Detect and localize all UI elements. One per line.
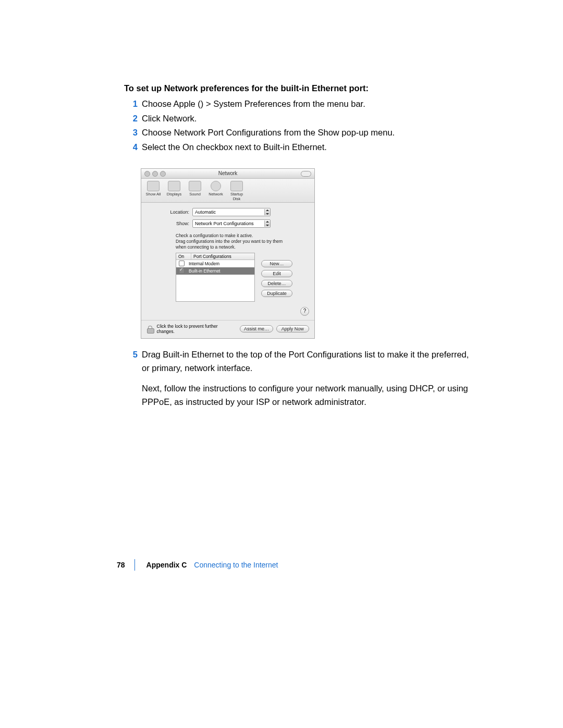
steps-list: 1 Choose Apple () > System Preferences f… xyxy=(124,97,479,154)
location-label: Location: xyxy=(146,209,189,215)
location-value: Automatic xyxy=(195,209,216,215)
assist-me-button[interactable]: Assist me… xyxy=(240,325,273,332)
table-row[interactable]: Internal Modem xyxy=(176,260,254,267)
page-number: 78 xyxy=(117,561,125,569)
show-row: Show: Network Port Configurations xyxy=(146,219,309,228)
appendix-title: Connecting to the Internet xyxy=(194,561,278,569)
toolbar-network[interactable]: Network xyxy=(207,181,225,201)
location-row: Location: Automatic xyxy=(146,208,309,216)
startup-disk-icon xyxy=(230,181,243,191)
sound-icon xyxy=(189,181,201,191)
edit-button[interactable]: Edit xyxy=(261,270,292,277)
delete-button[interactable]: Delete… xyxy=(261,280,292,287)
prefs-toolbar: Show All Displays Sound Network Startup … xyxy=(141,179,314,203)
step-number: 2 xyxy=(124,112,138,126)
new-button[interactable]: New… xyxy=(261,260,292,267)
steps-list-continued: 5 Drag Built-in Ethernet to the top of t… xyxy=(124,348,479,416)
table-row[interactable]: Built-in Ethernet xyxy=(176,267,254,275)
side-buttons: New… Edit Delete… Duplicate xyxy=(261,260,292,302)
section-heading: To set up Network preferences for the bu… xyxy=(124,83,479,93)
step-3: 3 Choose Network Port Configurations fro… xyxy=(124,126,479,140)
checkbox-checked-icon[interactable] xyxy=(179,268,185,274)
show-label: Show: xyxy=(146,221,189,226)
column-port-configurations: Port Configurations xyxy=(191,253,234,260)
toolbar-label: Show All xyxy=(144,192,162,196)
appendix-label: Appendix C xyxy=(146,561,187,569)
network-prefs-screenshot: Network Show All Displays Sound xyxy=(141,168,479,339)
close-icon[interactable] xyxy=(144,171,150,177)
step-text-post: ) > System Preferences from the menu bar… xyxy=(201,99,365,108)
step-text: Select the On checkbox next to Built-in … xyxy=(142,141,479,154)
toolbar-label: Sound xyxy=(186,192,204,196)
network-window: Network Show All Displays Sound xyxy=(141,168,315,339)
instruction-text: Check a configuration to make it active.… xyxy=(176,233,285,250)
column-on: On xyxy=(176,253,191,260)
table-header: On Port Configurations xyxy=(176,253,254,260)
chevron-updown-icon xyxy=(264,209,270,215)
row-name: Internal Modem xyxy=(187,261,254,266)
step5-text: Drag Built-in Ethernet to the top of the… xyxy=(142,348,479,375)
step-text: Drag Built-in Ethernet to the top of the… xyxy=(142,348,479,416)
toolbar-toggle-button[interactable] xyxy=(301,171,311,177)
toolbar-startup-disk[interactable]: Startup Disk xyxy=(228,181,246,201)
show-dropdown[interactable]: Network Port Configurations xyxy=(192,219,271,228)
network-icon xyxy=(211,181,221,191)
window-titlebar: Network xyxy=(141,169,314,179)
step-number: 4 xyxy=(124,141,138,154)
toolbar-show-all[interactable]: Show All xyxy=(144,181,162,201)
checkbox-icon[interactable] xyxy=(179,261,185,266)
traffic-lights[interactable] xyxy=(144,171,166,177)
apply-now-button[interactable]: Apply Now xyxy=(276,325,309,332)
checkbox-cell[interactable] xyxy=(176,261,187,267)
step-1: 1 Choose Apple () > System Preferences f… xyxy=(124,97,479,111)
toolbar-label: Displays xyxy=(165,192,183,196)
displays-icon xyxy=(168,181,180,191)
toolbar-label: Startup Disk xyxy=(228,192,246,201)
footer-divider xyxy=(134,559,135,571)
lock-text: Click the lock to prevent further change… xyxy=(156,324,234,334)
step-text: Choose Apple () > System Preferences fro… xyxy=(142,97,479,111)
duplicate-button[interactable]: Duplicate xyxy=(261,290,292,297)
row-name: Built-in Ethernet xyxy=(187,268,254,274)
step-text: Click Network. xyxy=(142,112,479,126)
step-text: Choose Network Port Configurations from … xyxy=(142,126,479,140)
step-4: 4 Select the On checkbox next to Built-i… xyxy=(124,141,479,154)
toolbar-displays[interactable]: Displays xyxy=(165,181,183,201)
show-all-icon xyxy=(147,181,160,191)
help-button[interactable]: ? xyxy=(300,307,309,316)
minimize-icon[interactable] xyxy=(152,171,158,177)
step-number: 3 xyxy=(124,126,138,140)
window-body: Location: Automatic Show: Network Port C… xyxy=(141,203,314,320)
toolbar-sound[interactable]: Sound xyxy=(186,181,204,201)
lock-icon[interactable] xyxy=(146,325,153,332)
zoom-icon[interactable] xyxy=(160,171,166,177)
toolbar-label: Network xyxy=(207,192,225,196)
port-config-area: On Port Configurations Internal Modem Bu… xyxy=(176,253,309,302)
step-text-pre: Choose Apple ( xyxy=(142,99,201,108)
step-2: 2 Click Network. xyxy=(124,112,479,126)
show-value: Network Port Configurations xyxy=(195,221,254,226)
port-config-table[interactable]: On Port Configurations Internal Modem Bu… xyxy=(176,253,255,302)
step-number: 5 xyxy=(124,348,138,416)
followup-paragraph: Next, follow the instructions to configu… xyxy=(142,382,479,409)
window-title: Network xyxy=(218,170,238,176)
window-footer: Click the lock to prevent further change… xyxy=(141,320,314,338)
step-5: 5 Drag Built-in Ethernet to the top of t… xyxy=(124,348,479,416)
location-dropdown[interactable]: Automatic xyxy=(192,208,271,216)
page-footer: 78 Appendix C Connecting to the Internet xyxy=(117,559,278,571)
chevron-updown-icon xyxy=(264,220,270,227)
checkbox-cell[interactable] xyxy=(176,268,187,275)
step-number: 1 xyxy=(124,97,138,111)
